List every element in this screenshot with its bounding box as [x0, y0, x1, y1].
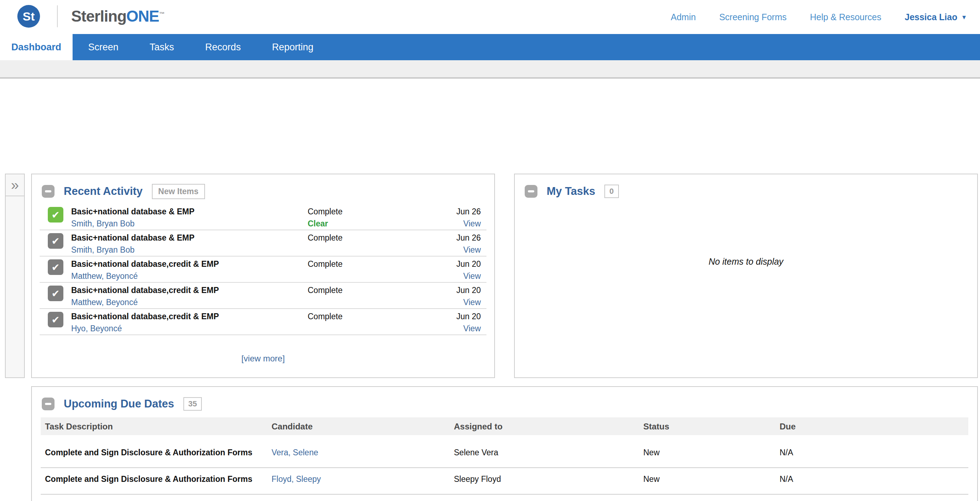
collapse-panel-button[interactable] [42, 397, 54, 410]
primary-nav: Dashboard Screen Tasks Records Reporting [0, 34, 980, 60]
due-count-badge: 35 [183, 397, 202, 411]
tab-tasks[interactable]: Tasks [134, 34, 190, 60]
column-header-candidate: Candidate [272, 422, 313, 432]
tab-records[interactable]: Records [190, 34, 257, 60]
panel-title: My Tasks [547, 185, 595, 198]
column-header-task: Task Description [45, 422, 113, 432]
brand-one: ONE [126, 8, 159, 25]
nav-link-screening-forms[interactable]: Screening Forms [719, 12, 786, 22]
view-more-link[interactable]: [view more] [32, 354, 494, 364]
collapse-panel-button[interactable] [525, 185, 538, 198]
table-header-spacer [41, 435, 968, 442]
tab-screen[interactable]: Screen [73, 34, 134, 60]
activity-row: ✔ Basic+national database,credit & EMP M… [40, 257, 487, 283]
check-icon: ✔ [48, 312, 64, 327]
due-value: N/A [780, 448, 793, 458]
brand-sterling: Sterling [71, 8, 126, 25]
candidate-link[interactable]: Floyd, Sleepy [272, 474, 321, 484]
view-link[interactable]: View [463, 245, 481, 255]
user-name: Jessica Liao [905, 12, 957, 22]
activity-title: Basic+national database & EMP [71, 207, 194, 217]
column-header-assigned-to: Assigned to [454, 422, 503, 432]
activity-title: Basic+national database,credit & EMP [71, 259, 219, 269]
logo-divider [57, 5, 58, 27]
activity-status: Complete [308, 233, 342, 243]
candidate-link[interactable]: Matthew, Beyoncé [71, 298, 138, 307]
recent-activity-header: Recent Activity New Items [32, 174, 494, 199]
activity-status: Complete [308, 259, 342, 269]
expand-sidebar-button[interactable]: » [6, 174, 24, 196]
activity-row: ✔ Basic+national database,credit & EMP H… [40, 309, 487, 335]
table-row: Complete and Sign Disclosure & Authoriza… [41, 468, 968, 495]
activity-status: Complete [308, 207, 342, 217]
candidate-link[interactable]: Hyo, Beyoncé [71, 324, 122, 333]
minus-icon [45, 403, 51, 405]
brand-logo: St SterlingONE™ [18, 5, 164, 28]
candidate-link[interactable]: Vera, Selene [272, 448, 318, 458]
dashboard-content: » Recent Activity New Items ✔ Basic+nati… [0, 79, 980, 499]
my-tasks-panel: My Tasks 0 No items to display [514, 174, 978, 378]
nav-link-help-resources[interactable]: Help & Resources [810, 12, 881, 22]
tab-reporting[interactable]: Reporting [256, 34, 329, 60]
view-link[interactable]: View [463, 324, 481, 333]
new-items-badge[interactable]: New Items [152, 184, 205, 199]
assigned-to: Sleepy Floyd [454, 474, 501, 484]
collapse-panel-button[interactable] [42, 185, 54, 198]
sterling-monogram-icon: St [18, 5, 40, 28]
sidebar-collapse-strip: » [5, 174, 25, 378]
activity-date: Jun 20 [457, 259, 481, 269]
check-icon: ✔ [48, 286, 64, 301]
table-header-row: Task Description Candidate Assigned to S… [41, 417, 968, 435]
task-count-badge: 0 [605, 185, 619, 198]
activity-date: Jun 26 [457, 207, 481, 217]
due-dates-table: Task Description Candidate Assigned to S… [41, 417, 968, 501]
minus-icon [45, 190, 51, 192]
panel-title: Upcoming Due Dates [64, 397, 174, 410]
app-header: St SterlingONE™ Admin Screening Forms He… [0, 0, 980, 34]
activity-row: ✔ Basic+national database,credit & EMP M… [40, 283, 487, 309]
assigned-to: Selene Vera [454, 448, 498, 458]
activity-status: Complete [308, 312, 342, 321]
user-menu[interactable]: Jessica Liao ▾ [905, 12, 966, 22]
recent-activity-panel: Recent Activity New Items ✔ Basic+nation… [31, 174, 495, 378]
task-description: Complete and Sign Disclosure & Authoriza… [45, 448, 253, 458]
status-value: New [643, 448, 660, 458]
brand-wordmark: SterlingONE™ [71, 8, 164, 25]
view-link[interactable]: View [463, 219, 481, 228]
activity-date: Jun 20 [457, 286, 481, 295]
upcoming-due-dates-panel: Upcoming Due Dates 35 Task Description C… [31, 386, 978, 501]
activity-title: Basic+national database,credit & EMP [71, 286, 219, 295]
check-icon: ✔ [48, 207, 64, 222]
utility-nav: Admin Screening Forms Help & Resources J… [671, 0, 966, 34]
column-header-due: Due [780, 422, 795, 432]
tab-dashboard[interactable]: Dashboard [0, 34, 73, 60]
column-header-status: Status [643, 422, 669, 432]
upcoming-due-dates-header: Upcoming Due Dates 35 [32, 387, 977, 412]
chevron-down-icon: ▾ [962, 13, 966, 21]
activity-row: ✔ Basic+national database & EMP Smith, B… [40, 230, 487, 257]
view-link[interactable]: View [463, 271, 481, 281]
candidate-link[interactable]: Matthew, Beyoncé [71, 271, 138, 281]
table-row: Complete and Sign Disclosure & Authoriza… [41, 495, 968, 501]
view-link[interactable]: View [463, 298, 481, 307]
trademark-symbol: ™ [159, 11, 164, 17]
candidate-link[interactable]: Smith, Bryan Bob [71, 245, 135, 255]
minus-icon [528, 190, 534, 192]
task-description: Complete and Sign Disclosure & Authoriza… [45, 474, 253, 484]
activity-date: Jun 26 [457, 233, 481, 243]
activity-row: ✔ Basic+national database & EMP Smith, B… [40, 204, 487, 230]
double-chevron-right-icon: » [11, 177, 19, 193]
table-row: Complete and Sign Disclosure & Authoriza… [41, 442, 968, 468]
activity-title: Basic+national database,credit & EMP [71, 312, 219, 321]
candidate-link[interactable]: Smith, Bryan Bob [71, 219, 135, 228]
recent-activity-list: ✔ Basic+national database & EMP Smith, B… [40, 204, 487, 335]
activity-date: Jun 20 [457, 312, 481, 321]
activity-status: Complete [308, 286, 342, 295]
nav-link-admin[interactable]: Admin [671, 12, 696, 22]
check-icon: ✔ [48, 259, 64, 275]
check-icon: ✔ [48, 233, 64, 249]
my-tasks-header: My Tasks 0 [515, 174, 977, 199]
panel-title: Recent Activity [64, 185, 143, 198]
due-value: N/A [780, 474, 793, 484]
sub-nav-strip [0, 60, 980, 79]
